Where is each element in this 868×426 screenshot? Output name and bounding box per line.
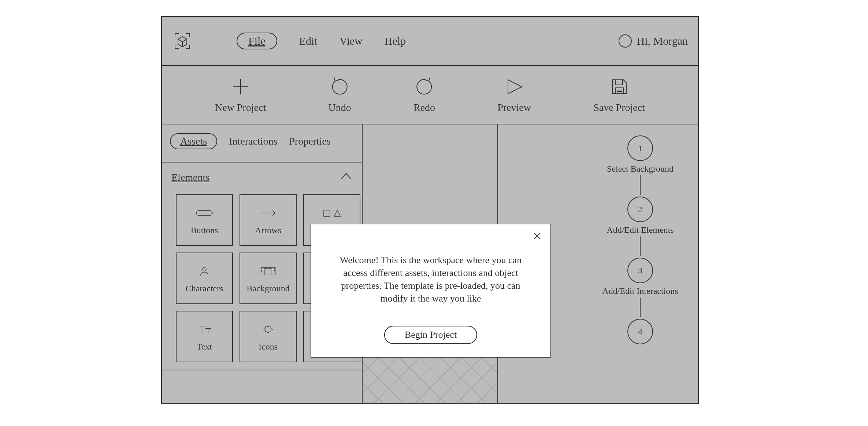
- background-icon: [259, 263, 278, 279]
- svg-rect-0: [196, 211, 212, 216]
- buttons-icon: [195, 205, 214, 221]
- step-2-circle: 2: [627, 197, 653, 222]
- redo-button[interactable]: Redo: [413, 76, 435, 113]
- element-text-label: Text: [197, 342, 212, 352]
- sidebar-tabs: Assets Interactions Properties: [162, 124, 362, 162]
- step-connector: [640, 298, 641, 317]
- menu-help[interactable]: Help: [385, 35, 406, 47]
- characters-icon: [195, 263, 214, 279]
- app-frame: File Edit View Help Hi, Morgan New Proje…: [161, 16, 699, 404]
- avatar-icon: [619, 34, 632, 48]
- save-icon: [609, 76, 630, 97]
- step-4-circle: 4: [627, 319, 653, 344]
- element-text[interactable]: Text: [176, 311, 233, 362]
- step-connector: [640, 236, 641, 256]
- step-3-label: Add/Edit Interactions: [602, 286, 678, 296]
- begin-project-button[interactable]: Begin Project: [384, 326, 477, 344]
- preview-label: Preview: [497, 102, 531, 113]
- user-block[interactable]: Hi, Morgan: [619, 34, 688, 48]
- step-3-circle: 3: [627, 258, 653, 283]
- svg-rect-3: [261, 268, 275, 275]
- menu-items: File Edit View Help: [237, 33, 406, 49]
- section-elements-title: Elements: [171, 172, 209, 183]
- element-background[interactable]: Background: [240, 253, 297, 304]
- svg-point-2: [203, 268, 206, 271]
- redo-icon: [413, 76, 435, 97]
- step-2-label: Add/Edit Elements: [607, 225, 674, 235]
- play-icon: [504, 76, 525, 97]
- redo-label: Redo: [413, 102, 435, 113]
- modal-text: Welcome! This is the workspace where you…: [311, 224, 550, 305]
- element-arrows-label: Arrows: [255, 225, 281, 235]
- step-3[interactable]: 3 Add/Edit Interactions: [602, 258, 678, 319]
- element-buttons[interactable]: Buttons: [176, 194, 233, 246]
- step-1-label: Select Background: [607, 164, 674, 174]
- element-characters-label: Characters: [186, 284, 223, 294]
- step-4[interactable]: 4: [627, 319, 653, 347]
- user-greeting: Hi, Morgan: [637, 35, 688, 47]
- step-connector: [640, 175, 641, 195]
- menu-file[interactable]: File: [237, 33, 277, 49]
- new-project-label: New Project: [215, 102, 266, 113]
- undo-label: Undo: [328, 102, 351, 113]
- tab-assets[interactable]: Assets: [170, 133, 217, 149]
- menubar: File Edit View Help Hi, Morgan: [162, 17, 698, 66]
- menu-edit[interactable]: Edit: [299, 35, 318, 47]
- plus-icon: [230, 76, 251, 97]
- save-project-label: Save Project: [593, 102, 645, 113]
- step-1[interactable]: 1 Select Background: [607, 135, 674, 197]
- tab-interactions[interactable]: Interactions: [229, 135, 277, 147]
- step-2[interactable]: 2 Add/Edit Elements: [607, 197, 674, 258]
- preview-button[interactable]: Preview: [497, 76, 531, 113]
- undo-icon: [329, 76, 350, 97]
- modal-close-button[interactable]: [531, 229, 544, 243]
- element-icons[interactable]: Icons: [240, 311, 297, 362]
- app-logo-icon: [172, 31, 193, 51]
- tab-properties[interactable]: Properties: [289, 135, 331, 147]
- section-next-header[interactable]: [162, 370, 362, 384]
- undo-button[interactable]: Undo: [328, 76, 351, 113]
- text-icon: [195, 321, 214, 337]
- step-1-circle: 1: [627, 135, 653, 161]
- section-elements-header[interactable]: Elements: [162, 162, 362, 191]
- element-characters[interactable]: Characters: [176, 253, 233, 304]
- element-buttons-label: Buttons: [191, 225, 218, 235]
- element-background-label: Background: [246, 284, 289, 294]
- welcome-modal: Welcome! This is the workspace where you…: [311, 224, 551, 358]
- shapes-icon: [322, 205, 341, 221]
- svg-rect-1: [324, 210, 330, 216]
- menu-view[interactable]: View: [340, 35, 363, 47]
- icons-icon: [259, 321, 278, 337]
- toolbar: New Project Undo Redo Preview: [162, 66, 698, 124]
- new-project-button[interactable]: New Project: [215, 76, 266, 113]
- arrows-icon: [259, 205, 278, 221]
- chevron-up-icon: [340, 170, 352, 185]
- element-arrows[interactable]: Arrows: [240, 194, 297, 246]
- element-icons-label: Icons: [259, 342, 278, 352]
- save-project-button[interactable]: Save Project: [593, 76, 645, 113]
